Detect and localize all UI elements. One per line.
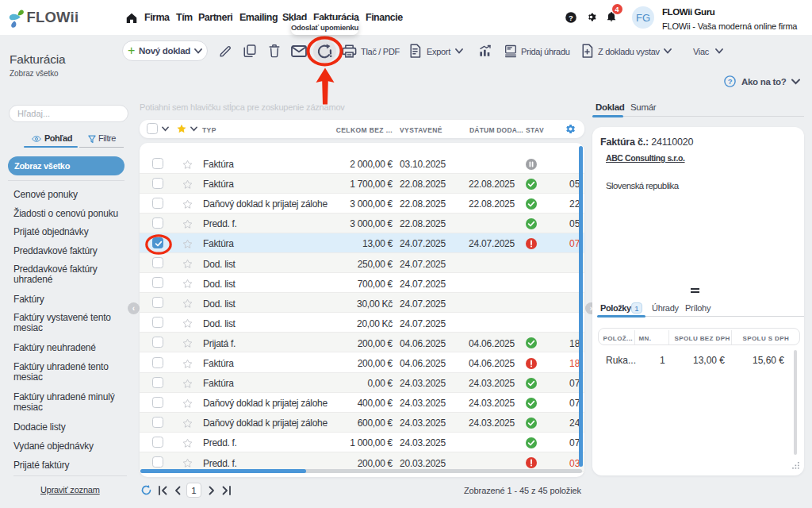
svg-text:?: ? bbox=[569, 13, 573, 22]
svg-text:?: ? bbox=[728, 77, 733, 86]
